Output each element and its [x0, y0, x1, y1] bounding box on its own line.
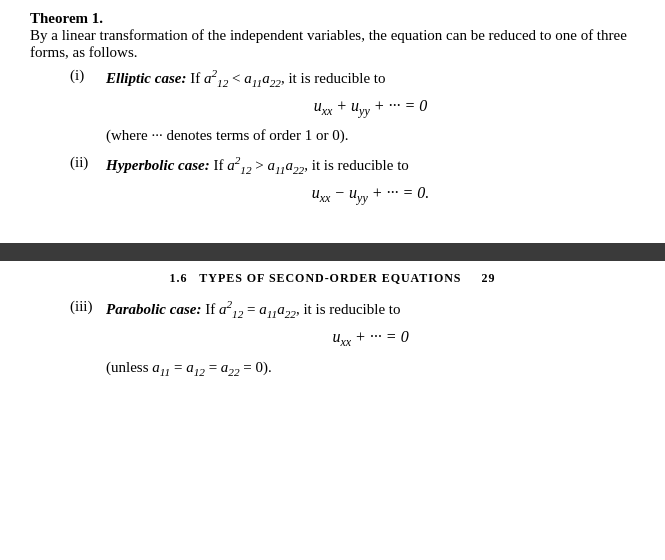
footer-title: TYPES OF SECOND-ORDER EQUATIONS — [199, 271, 461, 286]
page-top: Theorem 1. By a linear transformation of… — [0, 0, 665, 233]
case-ii-a22-sub: 22 — [293, 164, 304, 176]
case-iii-note-a11: a — [152, 359, 160, 375]
cases-list-bottom: (iii) Parabolic case: If a212 = a11a22, … — [70, 298, 635, 383]
case-i-sub: 12 — [217, 77, 228, 89]
case-ii-condition: Hyperbolic case: If a212 > a11a22, it is… — [106, 157, 409, 173]
case-i-label: Elliptic case: — [106, 70, 186, 86]
footer-row: 1.6 TYPES OF SECOND-ORDER EQUATIONS 29 — [30, 271, 635, 286]
case-iii-condition: Parabolic case: If a212 = a11a22, it is … — [106, 301, 400, 317]
case-i-a22: 22 — [270, 77, 281, 89]
case-ii-a11-sub: 11 — [275, 164, 285, 176]
case-ii-sub: 12 — [240, 164, 251, 176]
case-iii-uxx-sub: xx — [340, 336, 351, 350]
case-ii-uxx-sub: xx — [320, 191, 331, 205]
case-ii-content: Hyperbolic case: If a212 > a11a22, it is… — [106, 154, 635, 214]
case-ii-display-math: uxx − uyy + ··· = 0. — [106, 184, 635, 206]
theorem-header: Theorem 1. By a linear transformation of… — [30, 10, 635, 61]
theorem-label: Theorem 1. — [30, 10, 103, 27]
section-divider — [0, 243, 665, 261]
page-number: 29 — [482, 271, 496, 286]
case-i-num: (i) — [70, 67, 106, 84]
case-iii-note-a12: a — [186, 359, 194, 375]
case-i-uyy-sub: yy — [359, 104, 370, 118]
page-bottom: 1.6 TYPES OF SECOND-ORDER EQUATIONS 29 (… — [0, 261, 665, 397]
case-iii-a22-sub: 22 — [285, 308, 296, 320]
case-i-a11: 11 — [252, 77, 262, 89]
case-i-uyy: u — [351, 97, 359, 114]
case-i-a22-label: a — [262, 70, 270, 86]
case-ii-a12: a — [227, 157, 235, 173]
case-iii-a11: a — [259, 301, 267, 317]
case-ii: (ii) Hyperbolic case: If a212 > a11a22, … — [70, 154, 635, 214]
case-iii-note-a12-sub: 12 — [194, 366, 205, 378]
case-i-display-math: uxx + uyy + ··· = 0 — [106, 97, 635, 119]
case-ii-uyy: u — [349, 184, 357, 201]
case-iii-content: Parabolic case: If a212 = a11a22, it is … — [106, 298, 635, 383]
case-i: (i) Elliptic case: If a212 < a11a22, it … — [70, 67, 635, 150]
case-ii-uxx: u — [312, 184, 320, 201]
theorem-intro: By a linear transformation of the indepe… — [30, 27, 635, 61]
case-iii-label: Parabolic case: — [106, 301, 201, 317]
case-iii-note-a11-sub: 11 — [160, 366, 170, 378]
case-iii-sub: 12 — [232, 308, 243, 320]
case-iii-num: (iii) — [70, 298, 106, 315]
case-ii-label: Hyperbolic case: — [106, 157, 210, 173]
case-iii-a22: a — [277, 301, 285, 317]
case-ii-uyy-sub: yy — [357, 191, 368, 205]
case-iii: (iii) Parabolic case: If a212 = a11a22, … — [70, 298, 635, 383]
case-i-uxx-sub: xx — [322, 104, 333, 118]
case-i-uxx: u — [314, 97, 322, 114]
case-ii-a22: a — [285, 157, 293, 173]
case-ii-a11: a — [268, 157, 276, 173]
case-i-content: Elliptic case: If a212 < a11a22, it is r… — [106, 67, 635, 150]
case-i-condition: Elliptic case: If a212 < a11a22, it is r… — [106, 70, 385, 86]
case-i-rhs: a — [244, 70, 252, 86]
case-iii-display-math: uxx + ··· = 0 — [106, 328, 635, 350]
case-ii-num: (ii) — [70, 154, 106, 171]
case-iii-note-a22-sub: 22 — [228, 366, 239, 378]
case-i-note: (where ··· denotes terms of order 1 or 0… — [106, 127, 635, 144]
case-iii-note: (unless a11 = a12 = a22 = 0). — [106, 359, 635, 378]
footer-section: 1.6 — [170, 271, 188, 286]
cases-list: (i) Elliptic case: If a212 < a11a22, it … — [70, 67, 635, 214]
case-iii-a11-sub: 11 — [267, 308, 277, 320]
